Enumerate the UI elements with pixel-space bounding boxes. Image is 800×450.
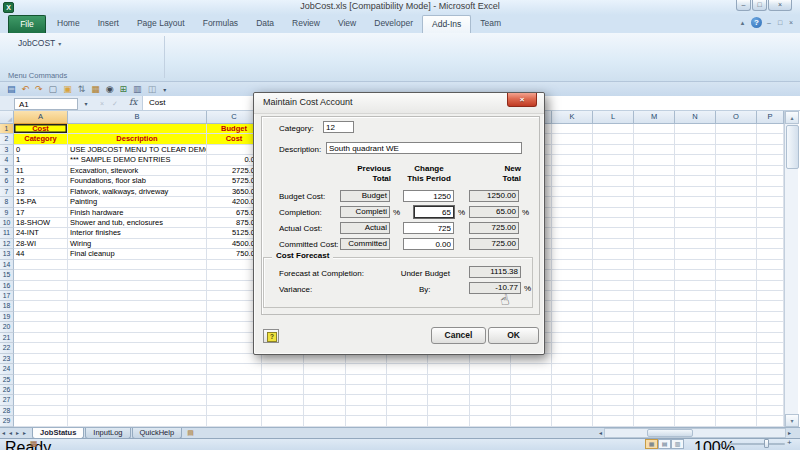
- row-header-21[interactable]: 21: [0, 333, 14, 343]
- cell-B20[interactable]: [68, 322, 207, 332]
- description-input[interactable]: [326, 142, 522, 154]
- cell-K27[interactable]: [552, 395, 593, 405]
- cell-D26[interactable]: [262, 385, 304, 395]
- cell-C28[interactable]: [207, 406, 262, 416]
- tab-formulas[interactable]: Formulas: [194, 15, 247, 33]
- cell-O2[interactable]: [716, 134, 757, 144]
- cell-A23[interactable]: [14, 354, 68, 364]
- cell-B1[interactable]: [68, 124, 207, 134]
- cell-F27[interactable]: [346, 395, 387, 405]
- cell-A15[interactable]: [14, 270, 68, 280]
- cell-A9[interactable]: 17: [14, 208, 68, 218]
- open-folder-icon[interactable]: ▣: [63, 83, 72, 95]
- cell-J29[interactable]: [511, 416, 552, 426]
- cell-P5[interactable]: [757, 166, 784, 176]
- cell-M8[interactable]: [634, 197, 675, 207]
- tab-page-layout[interactable]: Page Layout: [128, 15, 194, 33]
- table-icon[interactable]: ⊞: [120, 83, 128, 95]
- cell-L28[interactable]: [593, 406, 634, 416]
- cell-N18[interactable]: [675, 301, 716, 311]
- cell-B15[interactable]: [68, 270, 207, 280]
- column-header-P[interactable]: P: [757, 111, 784, 124]
- cell-L29[interactable]: [593, 416, 634, 426]
- cell-K12[interactable]: [552, 239, 593, 249]
- row-header-22[interactable]: 22: [0, 343, 14, 353]
- cell-O13[interactable]: [716, 249, 757, 259]
- change-this-period-input-1[interactable]: [414, 206, 454, 218]
- column-header-N[interactable]: N: [675, 111, 716, 124]
- cell-F23[interactable]: [346, 354, 387, 364]
- row-header-5[interactable]: 5: [0, 166, 14, 176]
- cell-A7[interactable]: 13: [14, 187, 68, 197]
- cell-A24[interactable]: [14, 364, 68, 374]
- cell-O15[interactable]: [716, 270, 757, 280]
- row-header-11[interactable]: 11: [0, 228, 14, 238]
- cell-P23[interactable]: [757, 354, 784, 364]
- cell-O29[interactable]: [716, 416, 757, 426]
- cell-L25[interactable]: [593, 375, 634, 385]
- cell-N11[interactable]: [675, 228, 716, 238]
- cell-O23[interactable]: [716, 354, 757, 364]
- scroll-right-icon[interactable]: ▸: [788, 428, 791, 438]
- tab-developer[interactable]: Developer: [365, 15, 422, 33]
- row-header-4[interactable]: 4: [0, 155, 14, 165]
- restore-workbook-button[interactable]: □: [775, 17, 785, 28]
- cell-K17[interactable]: [552, 291, 593, 301]
- cell-B29[interactable]: [68, 416, 207, 426]
- column-header-K[interactable]: K: [552, 111, 593, 124]
- cell-A21[interactable]: [14, 333, 68, 343]
- row-header-14[interactable]: 14: [0, 260, 14, 270]
- cell-E27[interactable]: [304, 395, 346, 405]
- cell-J28[interactable]: [511, 406, 552, 416]
- cell-E26[interactable]: [304, 385, 346, 395]
- column-header-M[interactable]: M: [634, 111, 675, 124]
- cell-D25[interactable]: [262, 375, 304, 385]
- cell-B7[interactable]: Flatwork, walkways, driveway: [68, 187, 207, 197]
- zoom-slider-track[interactable]: [729, 443, 785, 445]
- cell-I23[interactable]: [470, 354, 511, 364]
- row-header-2[interactable]: 2: [0, 134, 14, 144]
- column-header-O[interactable]: O: [716, 111, 757, 124]
- cell-G27[interactable]: [387, 395, 428, 405]
- row-header-29[interactable]: 29: [0, 416, 14, 426]
- cell-P20[interactable]: [757, 322, 784, 332]
- cell-L18[interactable]: [593, 301, 634, 311]
- cell-O20[interactable]: [716, 322, 757, 332]
- cell-M14[interactable]: [634, 260, 675, 270]
- horizontal-scroll-thumb[interactable]: [647, 429, 693, 437]
- cell-O18[interactable]: [716, 301, 757, 311]
- cell-P4[interactable]: [757, 155, 784, 165]
- cell-G23[interactable]: [387, 354, 428, 364]
- cell-M23[interactable]: [634, 354, 675, 364]
- cell-P28[interactable]: [757, 406, 784, 416]
- cell-M11[interactable]: [634, 228, 675, 238]
- cell-N9[interactable]: [675, 208, 716, 218]
- cell-B13[interactable]: Final cleanup: [68, 249, 207, 259]
- cell-K25[interactable]: [552, 375, 593, 385]
- cell-P8[interactable]: [757, 197, 784, 207]
- cell-O22[interactable]: [716, 343, 757, 353]
- cell-K21[interactable]: [552, 333, 593, 343]
- category-input[interactable]: [323, 121, 354, 133]
- cell-K5[interactable]: [552, 166, 593, 176]
- cell-K6[interactable]: [552, 176, 593, 186]
- cell-P17[interactable]: [757, 291, 784, 301]
- cell-C23[interactable]: [207, 354, 262, 364]
- zoom-slider-thumb[interactable]: [764, 439, 769, 448]
- cell-B11[interactable]: Interior finishes: [68, 228, 207, 238]
- name-box[interactable]: A1: [14, 98, 78, 110]
- cell-N6[interactable]: [675, 176, 716, 186]
- cell-M27[interactable]: [634, 395, 675, 405]
- row-header-3[interactable]: 3: [0, 145, 14, 155]
- macro-record-icon[interactable]: ▦: [30, 439, 38, 448]
- cell-B16[interactable]: [68, 281, 207, 291]
- change-this-period-input-3[interactable]: [403, 238, 454, 250]
- cell-L22[interactable]: [593, 343, 634, 353]
- qat-customize-icon[interactable]: ▾: [163, 86, 166, 93]
- cell-B9[interactable]: Finish hardware: [68, 208, 207, 218]
- cell-M10[interactable]: [634, 218, 675, 228]
- print-preview-icon[interactable]: ▥: [133, 83, 142, 95]
- cell-O26[interactable]: [716, 385, 757, 395]
- cell-A13[interactable]: 44: [14, 249, 68, 259]
- cell-B10[interactable]: Shower and tub, enclosures: [68, 218, 207, 228]
